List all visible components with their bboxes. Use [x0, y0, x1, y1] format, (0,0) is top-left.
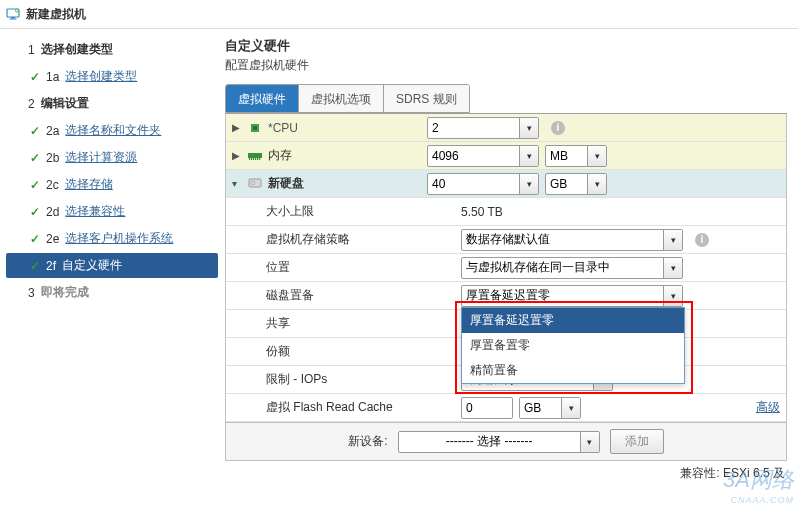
size-limit-label: 大小上限: [266, 203, 314, 220]
add-device-button[interactable]: 添加: [610, 429, 664, 454]
svg-point-15: [252, 182, 254, 184]
provision-option-thick-lazy[interactable]: 厚置备延迟置零: [462, 308, 684, 333]
svg-rect-11: [257, 158, 258, 160]
flash-size-value[interactable]: [462, 399, 512, 417]
svg-rect-10: [255, 158, 256, 160]
location-value[interactable]: [462, 259, 663, 277]
row-flash-read-cache: 虚拟 Flash Read Cache ▾ 高级: [226, 394, 786, 422]
sidebar-step-2c[interactable]: ✓2c 选择存储: [6, 172, 211, 197]
flash-size-input[interactable]: [461, 397, 513, 419]
location-label: 位置: [266, 259, 290, 276]
memory-label: 内存: [268, 147, 292, 164]
location-dropdown-button[interactable]: ▾: [663, 258, 682, 278]
sidebar-step-2e[interactable]: ✓2e 选择客户机操作系统: [6, 226, 211, 251]
shares-label: 份额: [266, 343, 290, 360]
tab-vm-options[interactable]: 虚拟机选项: [299, 85, 384, 112]
row-cpu: ▶ *CPU ▾ i: [226, 114, 786, 142]
wizard-sidebar: ✓1 选择创建类型 ✓1a 选择创建类型 ✓2 编辑设置 ✓2a 选择名称和文件…: [0, 29, 211, 515]
row-size-limit: 大小上限 5.50 TB: [226, 198, 786, 226]
disk-icon: [248, 178, 262, 190]
sidebar-step-2b[interactable]: ✓2b 选择计算资源: [6, 145, 211, 170]
disk-provisioning-dropdown-list[interactable]: 厚置备延迟置零 厚置备置零 精简置备: [461, 307, 685, 384]
cpu-icon: [248, 122, 262, 134]
disk-provisioning-value[interactable]: [462, 287, 663, 305]
expand-cpu[interactable]: ▶: [232, 122, 242, 133]
window-title: 新建虚拟机: [26, 6, 86, 23]
expand-memory[interactable]: ▶: [232, 150, 242, 161]
location-select[interactable]: ▾: [461, 257, 683, 279]
sidebar-step-1: ✓1 选择创建类型: [6, 37, 211, 62]
sharing-label: 共享: [266, 315, 290, 332]
sidebar-step-2f[interactable]: ✓2f 自定义硬件: [6, 253, 218, 278]
info-icon[interactable]: i: [551, 121, 565, 135]
memory-input[interactable]: ▾: [427, 145, 539, 167]
compatibility-line: 兼容性: ESXi 6.5 及: [225, 461, 787, 482]
disk-unit[interactable]: [546, 175, 587, 193]
cpu-dropdown-button[interactable]: ▾: [519, 118, 538, 138]
page-title: 自定义硬件: [225, 37, 788, 55]
svg-rect-8: [251, 158, 252, 160]
vm-icon: [6, 7, 20, 21]
disk-size-input[interactable]: ▾: [427, 173, 539, 195]
svg-rect-5: [253, 126, 257, 130]
cpu-label: *CPU: [268, 121, 298, 135]
storage-policy-select[interactable]: ▾: [461, 229, 683, 251]
main-panel: 自定义硬件 配置虚拟机硬件 虚拟硬件 虚拟机选项 SDRS 规则 ▶ *CPU: [211, 29, 798, 515]
flash-unit[interactable]: [520, 399, 561, 417]
tab-virtual-hardware[interactable]: 虚拟硬件: [226, 85, 299, 112]
svg-rect-2: [11, 17, 15, 19]
page-subtitle: 配置虚拟机硬件: [225, 57, 788, 74]
disk-provisioning-dropdown-button[interactable]: ▾: [663, 286, 682, 306]
sidebar-step-3: ✓3 即将完成: [6, 280, 211, 305]
storage-policy-value[interactable]: [462, 231, 663, 249]
svg-rect-7: [249, 158, 250, 160]
sidebar-step-2: ✓2 编辑设置: [6, 91, 211, 116]
cpu-select[interactable]: ▾: [427, 117, 539, 139]
flash-advanced-link[interactable]: 高级: [756, 399, 780, 416]
storage-policy-label: 虚拟机存储策略: [266, 231, 350, 248]
row-storage-policy: 虚拟机存储策略 ▾ i: [226, 226, 786, 254]
disk-size-value[interactable]: [428, 175, 519, 193]
flash-unit-select[interactable]: ▾: [519, 397, 581, 419]
sidebar-step-2d[interactable]: ✓2d 选择兼容性: [6, 199, 211, 224]
new-disk-label: 新硬盘: [268, 175, 304, 192]
cpu-value[interactable]: [428, 119, 519, 137]
svg-rect-12: [259, 158, 260, 160]
disk-unit-select[interactable]: ▾: [545, 173, 607, 195]
iops-label: 限制 - IOPs: [266, 371, 327, 388]
new-device-select[interactable]: ▾: [398, 431, 600, 453]
svg-rect-6: [248, 153, 262, 158]
sidebar-step-1a[interactable]: ✓1a 选择创建类型: [6, 64, 211, 89]
memory-icon: [248, 150, 262, 162]
size-limit-value: 5.50 TB: [461, 205, 503, 219]
memory-unit-select[interactable]: ▾: [545, 145, 607, 167]
storage-policy-dropdown-button[interactable]: ▾: [663, 230, 682, 250]
memory-unit-dropdown-button[interactable]: ▾: [587, 146, 606, 166]
new-device-row: 新设备: ▾ 添加: [225, 423, 787, 461]
row-location: 位置 ▾: [226, 254, 786, 282]
flash-unit-dropdown-button[interactable]: ▾: [561, 398, 580, 418]
memory-value[interactable]: [428, 147, 519, 165]
memory-unit[interactable]: [546, 147, 587, 165]
disk-provisioning-select[interactable]: ▾: [461, 285, 683, 307]
disk-unit-dropdown-button[interactable]: ▾: [587, 174, 606, 194]
new-device-label: 新设备:: [348, 433, 387, 450]
svg-rect-3: [10, 19, 17, 20]
window-titlebar: 新建虚拟机: [0, 0, 798, 29]
info-icon[interactable]: i: [695, 233, 709, 247]
tab-sdrs-rules[interactable]: SDRS 规则: [384, 85, 469, 112]
disk-size-dropdown-button[interactable]: ▾: [519, 174, 538, 194]
row-memory: ▶ 内存 ▾ ▾: [226, 142, 786, 170]
flash-label: 虚拟 Flash Read Cache: [266, 399, 393, 416]
new-device-dropdown-button[interactable]: ▾: [580, 432, 599, 452]
svg-rect-9: [253, 158, 254, 160]
new-device-value[interactable]: [399, 433, 580, 451]
collapse-new-disk[interactable]: ▾: [232, 178, 242, 189]
disk-provisioning-label: 磁盘置备: [266, 287, 314, 304]
tabs: 虚拟硬件 虚拟机选项 SDRS 规则: [225, 84, 470, 113]
sidebar-step-2a[interactable]: ✓2a 选择名称和文件夹: [6, 118, 211, 143]
provision-option-thin[interactable]: 精简置备: [462, 358, 684, 383]
provision-option-thick-eager[interactable]: 厚置备置零: [462, 333, 684, 358]
row-new-disk: ▾ 新硬盘 ▾ ▾: [226, 170, 786, 198]
memory-dropdown-button[interactable]: ▾: [519, 146, 538, 166]
